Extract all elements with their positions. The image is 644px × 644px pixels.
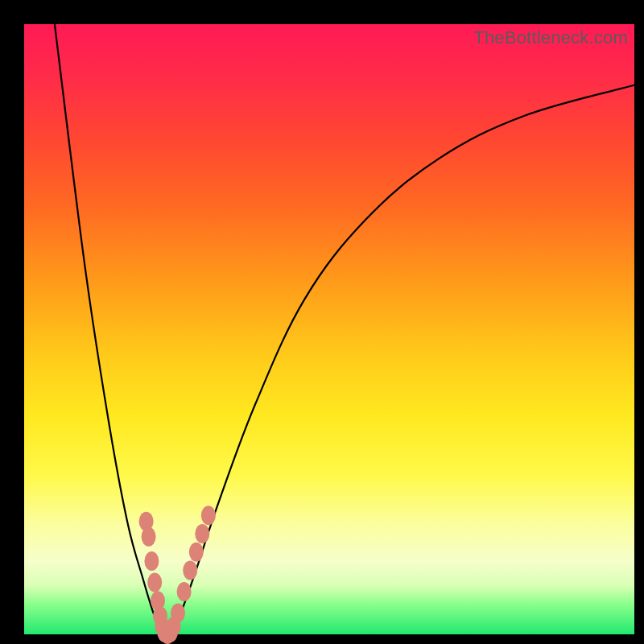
- bead-marker: [147, 573, 162, 592]
- chart-frame: TheBottleneck.com: [0, 0, 644, 644]
- bead-marker: [177, 582, 192, 601]
- chart-svg: [24, 24, 634, 634]
- bead-group: [139, 506, 216, 644]
- bead-marker: [171, 604, 185, 623]
- bead-marker: [195, 524, 209, 543]
- bead-marker: [201, 506, 216, 525]
- bead-marker: [142, 527, 156, 547]
- curve-right-branch: [171, 85, 634, 634]
- chart-plot-area: TheBottleneck.com: [24, 24, 634, 634]
- bead-marker: [189, 543, 204, 562]
- bead-marker: [144, 551, 159, 571]
- bead-marker: [183, 560, 197, 580]
